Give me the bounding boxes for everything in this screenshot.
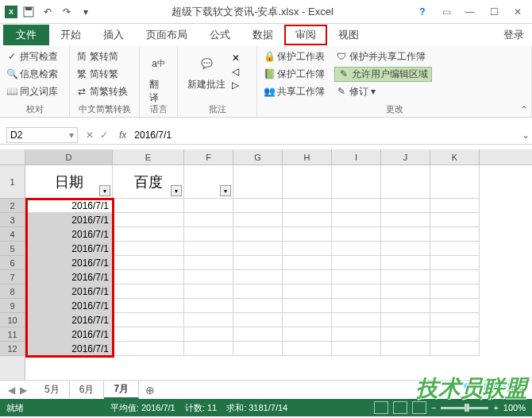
- maximize-button[interactable]: ☐: [483, 4, 505, 20]
- cell-J1[interactable]: [381, 165, 430, 199]
- view-pagebreak-button[interactable]: [412, 401, 426, 414]
- formula-input[interactable]: [129, 130, 519, 141]
- view-layout-button[interactable]: [393, 401, 407, 414]
- close-button[interactable]: ✕: [507, 4, 529, 20]
- cell-D7[interactable]: 2016/7/1: [25, 270, 113, 284]
- filter-button-D[interactable]: ▾: [99, 185, 110, 196]
- tab-review[interactable]: 审阅: [284, 25, 327, 45]
- simp-to-trad-button[interactable]: 简繁转简: [75, 49, 120, 64]
- zoom-slider[interactable]: [441, 407, 488, 409]
- tab-layout[interactable]: 页面布局: [135, 25, 199, 45]
- tab-file[interactable]: 文件: [3, 25, 49, 45]
- accept-formula-button[interactable]: ✓: [100, 130, 108, 141]
- scroll-right-button[interactable]: ▶: [516, 385, 529, 396]
- row-header-2[interactable]: 2: [0, 199, 25, 213]
- fx-icon[interactable]: fx: [116, 130, 129, 141]
- collapse-ribbon-button[interactable]: ⌃: [520, 104, 528, 115]
- cell-D12[interactable]: 2016/7/1: [25, 342, 113, 356]
- expand-formula-button[interactable]: ⌄: [519, 130, 532, 141]
- tab-view[interactable]: 视图: [327, 25, 370, 45]
- col-header-E[interactable]: E: [113, 149, 184, 164]
- grid[interactable]: D E F G H I J K 日期 ▾ 百度 ▾ ▾: [25, 149, 532, 380]
- cell-D8[interactable]: 2016/7/1: [25, 284, 113, 299]
- cell-D9[interactable]: 2016/7/1: [25, 299, 113, 313]
- qat-customize-button[interactable]: ▾: [78, 4, 94, 20]
- tab-insert[interactable]: 插入: [92, 25, 135, 45]
- row-header-8[interactable]: 8: [0, 284, 25, 299]
- protect-workbook-button[interactable]: 📗保护工作簿: [262, 67, 326, 82]
- thesaurus-button[interactable]: 📖同义词库: [5, 84, 60, 99]
- row-header-6[interactable]: 6: [0, 256, 25, 270]
- research-button[interactable]: 🔍信息检索: [5, 67, 60, 82]
- prev-comment-button[interactable]: ◁: [230, 65, 241, 78]
- qat-redo-button[interactable]: ↷: [59, 4, 75, 20]
- minimize-button[interactable]: —: [459, 4, 481, 20]
- cell-G1[interactable]: [233, 165, 283, 199]
- col-header-J[interactable]: J: [381, 149, 430, 164]
- zoom-in-button[interactable]: +: [493, 403, 498, 412]
- help-button[interactable]: ?: [411, 4, 434, 20]
- filter-button-E[interactable]: ▾: [171, 185, 182, 196]
- cell-D1[interactable]: 日期 ▾: [25, 165, 113, 199]
- protect-share-button[interactable]: 🛡保护并共享工作簿: [334, 49, 427, 64]
- qat-undo-button[interactable]: ↶: [40, 4, 56, 20]
- qat-save-button[interactable]: [21, 4, 37, 20]
- cell-I1[interactable]: [332, 165, 381, 199]
- track-changes-button[interactable]: ✎修订 ▾: [334, 84, 377, 99]
- cell-D10[interactable]: 2016/7/1: [25, 313, 113, 327]
- trad-to-simp-button[interactable]: 繁简转繁: [75, 67, 120, 82]
- col-header-I[interactable]: I: [332, 149, 381, 164]
- cell-K1[interactable]: [430, 165, 480, 199]
- cancel-formula-button[interactable]: ✕: [86, 130, 94, 141]
- cell-H1[interactable]: [283, 165, 332, 199]
- tab-nav-prev[interactable]: ◀: [8, 385, 15, 396]
- zoom-out-button[interactable]: −: [431, 403, 436, 412]
- cell-D6[interactable]: 2016/7/1: [25, 256, 113, 270]
- select-all-corner[interactable]: [0, 149, 25, 165]
- add-sheet-button[interactable]: ⊕: [139, 384, 161, 397]
- row-header-5[interactable]: 5: [0, 242, 25, 256]
- col-header-F[interactable]: F: [184, 149, 233, 164]
- cell-D2[interactable]: 2016/7/1: [25, 199, 113, 213]
- ribbon-options-button[interactable]: ▭: [435, 4, 457, 20]
- filter-button-F[interactable]: ▾: [220, 185, 231, 196]
- row-header-12[interactable]: 12: [0, 342, 25, 356]
- row-header-9[interactable]: 9: [0, 299, 25, 313]
- new-comment-button[interactable]: 💬 新建批注: [183, 48, 230, 95]
- col-header-H[interactable]: H: [283, 149, 332, 164]
- col-header-D[interactable]: D: [25, 149, 113, 164]
- col-header-K[interactable]: K: [430, 149, 480, 164]
- zoom-level[interactable]: 100%: [503, 403, 526, 412]
- tab-formulas[interactable]: 公式: [199, 25, 241, 45]
- cell-D4[interactable]: 2016/7/1: [25, 227, 113, 242]
- allow-edit-ranges-button[interactable]: ✎允许用户编辑区域: [334, 67, 432, 82]
- scroll-left-button[interactable]: ◀: [503, 385, 516, 396]
- name-box[interactable]: D2▾: [6, 127, 78, 143]
- translate-button[interactable]: a中 翻译: [145, 48, 172, 108]
- col-header-G[interactable]: G: [233, 149, 283, 164]
- row-header-10[interactable]: 10: [0, 313, 25, 327]
- cell-E1[interactable]: 百度 ▾: [113, 165, 184, 199]
- row-header-1[interactable]: 1: [0, 165, 25, 199]
- row-header-11[interactable]: 11: [0, 327, 25, 342]
- view-normal-button[interactable]: [374, 401, 388, 414]
- sheet-tab-7[interactable]: 7月: [104, 381, 139, 399]
- cell-D3[interactable]: 2016/7/1: [25, 213, 113, 227]
- delete-comment-button[interactable]: ✕: [230, 52, 241, 64]
- cell-D11[interactable]: 2016/7/1: [25, 327, 113, 342]
- cell-D5[interactable]: 2016/7/1: [25, 242, 113, 256]
- row-header-4[interactable]: 4: [0, 227, 25, 242]
- share-workbook-button[interactable]: 👥共享工作簿: [262, 84, 326, 99]
- tab-nav-next[interactable]: ▶: [20, 385, 27, 396]
- sheet-tab-5[interactable]: 5月: [35, 381, 70, 398]
- cell-F1[interactable]: ▾: [184, 165, 233, 199]
- chinese-convert-button[interactable]: ⇄简繁转换: [75, 84, 129, 99]
- tab-home[interactable]: 开始: [49, 25, 92, 45]
- spell-check-button[interactable]: ✓拼写检查: [5, 49, 60, 64]
- row-header-3[interactable]: 3: [0, 213, 25, 227]
- row-header-7[interactable]: 7: [0, 270, 25, 284]
- next-comment-button[interactable]: ▷: [230, 79, 241, 91]
- login-link[interactable]: 登录: [503, 28, 524, 42]
- tab-data[interactable]: 数据: [241, 25, 284, 45]
- sheet-tab-6[interactable]: 6月: [70, 381, 105, 398]
